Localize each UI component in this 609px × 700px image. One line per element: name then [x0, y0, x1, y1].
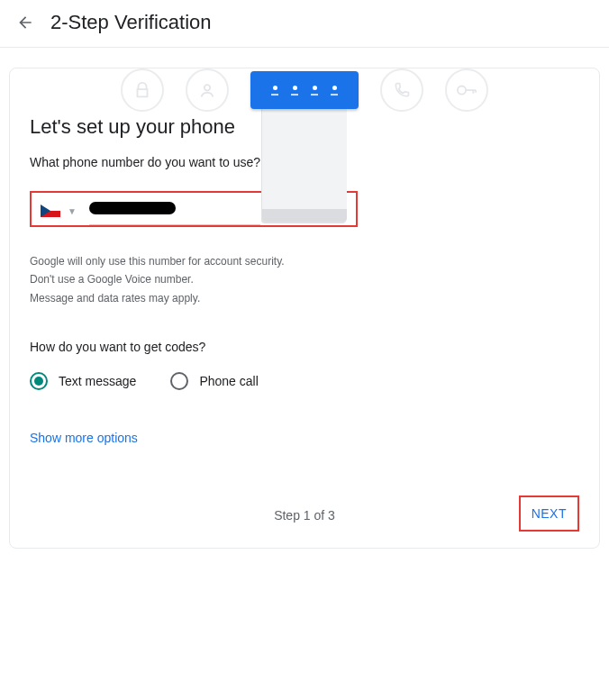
helper-text: Google will only use this number for acc… [30, 252, 579, 307]
key-icon [445, 68, 488, 112]
radio-label: Phone call [199, 374, 258, 388]
show-more-options-link[interactable]: Show more options [30, 431, 138, 445]
helper-line: Google will only use this number for acc… [30, 252, 579, 270]
svg-point-1 [458, 86, 466, 94]
step-indicator: Step 1 of 3 [274, 508, 335, 523]
next-button-highlight: NEXT [519, 495, 579, 532]
chevron-down-icon: ▼ [68, 206, 77, 216]
redacted-number [89, 202, 176, 214]
phone-icon [380, 68, 423, 112]
page-header: 2-Step Verification [0, 0, 609, 48]
radio-unselected-icon [170, 372, 188, 390]
page-title: 2-Step Verification [50, 11, 212, 34]
delivery-method-group: Text message Phone call [30, 372, 579, 390]
illustration-icons [121, 68, 488, 112]
illustration [30, 81, 579, 103]
radio-selected-icon [30, 372, 48, 390]
radio-label: Text message [59, 374, 136, 388]
back-arrow-icon[interactable] [14, 12, 36, 33]
user-icon [186, 68, 229, 112]
country-selector[interactable]: ▼ [41, 205, 77, 217]
radio-text-message[interactable]: Text message [30, 372, 136, 390]
setup-card: Let's set up your phone What phone numbe… [9, 68, 600, 549]
code-badge-icon [250, 71, 359, 109]
codes-question: How do you want to get codes? [30, 340, 579, 354]
next-button[interactable]: NEXT [523, 499, 576, 528]
lock-icon [121, 68, 164, 112]
radio-phone-call[interactable]: Phone call [170, 372, 258, 390]
phone-number-input[interactable] [89, 202, 347, 220]
flag-cz-icon [41, 205, 60, 217]
helper-line: Message and data rates may apply. [30, 289, 579, 307]
card-footer: Step 1 of 3 NEXT [30, 499, 579, 532]
helper-line: Don't use a Google Voice number. [30, 270, 579, 288]
svg-point-0 [205, 85, 210, 90]
